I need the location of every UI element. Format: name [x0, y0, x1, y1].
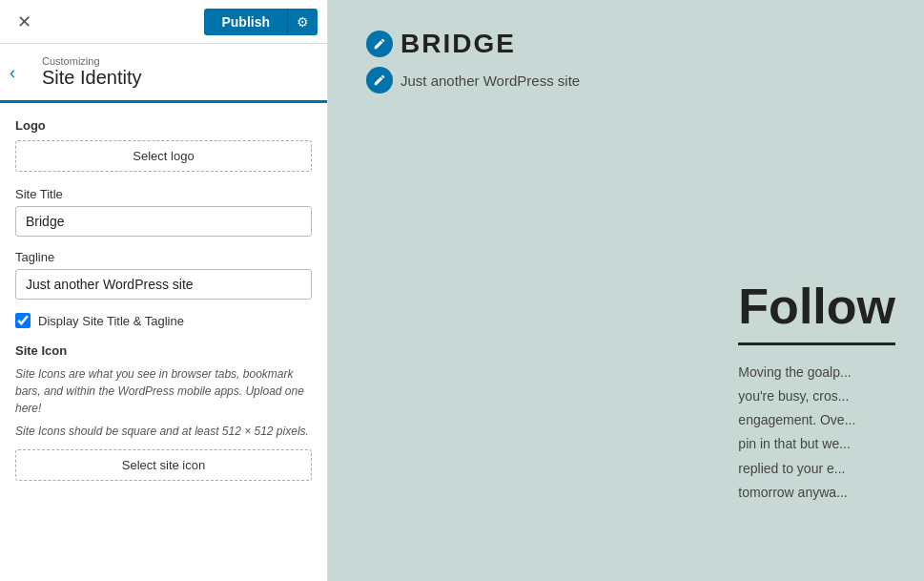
preview-follow-title: Follow — [738, 278, 895, 345]
preview-site-title: BRIDGE — [400, 29, 516, 59]
edit-site-title-icon[interactable] — [366, 31, 393, 57]
body-line-5: replied to your e... — [738, 457, 895, 481]
site-icon-size-note: Site Icons should be square and at least… — [15, 425, 312, 438]
pencil-icon — [373, 37, 386, 51]
body-line-2: you're busy, cros... — [738, 384, 895, 408]
preview-tagline: Just another WordPress site — [400, 73, 580, 89]
panel-title: Site Identity — [42, 67, 142, 88]
close-button[interactable]: ✕ — [10, 8, 38, 36]
display-checkbox-label[interactable]: Display Site Title & Tagline — [38, 314, 184, 328]
tagline-group: Tagline — [15, 250, 312, 300]
site-title-input[interactable] — [15, 206, 312, 237]
preview-title-row: BRIDGE — [366, 29, 886, 59]
panel-header: ‹ Customizing Site Identity — [0, 44, 327, 103]
preview-tagline-row: Just another WordPress site — [366, 67, 886, 93]
publish-button[interactable]: Publish — [204, 9, 287, 35]
left-panel: ✕ Publish ⚙ ‹ Customizing Site Identity … — [0, 0, 328, 581]
panel-content: Logo Select logo Site Title Tagline Disp… — [0, 103, 327, 581]
tagline-input[interactable] — [15, 269, 312, 300]
preview-panel: BRIDGE Just another WordPress site Follo… — [328, 0, 924, 581]
body-line-4: pin in that but we... — [738, 432, 895, 456]
edit-tagline-icon[interactable] — [366, 67, 393, 93]
top-bar: ✕ Publish ⚙ — [0, 0, 327, 44]
select-site-icon-button[interactable]: Select site icon — [15, 449, 312, 481]
tagline-label: Tagline — [15, 250, 312, 264]
site-icon-description: Site Icons are what you see in browser t… — [15, 365, 312, 417]
pencil-tagline-icon — [373, 73, 386, 87]
back-button[interactable]: ‹ — [10, 62, 15, 82]
body-line-6: tomorrow anywa... — [738, 481, 895, 505]
display-checkbox-row: Display Site Title & Tagline — [15, 313, 312, 328]
body-line-1: Moving the goalp... — [738, 361, 895, 384]
preview-body-text: Moving the goalp... you're busy, cros...… — [738, 361, 895, 505]
site-title-label: Site Title — [15, 187, 312, 201]
publish-area: Publish ⚙ — [204, 9, 318, 35]
logo-section-label: Logo — [15, 118, 312, 133]
site-title-group: Site Title — [15, 187, 312, 237]
display-checkbox[interactable] — [15, 313, 31, 328]
breadcrumb: Customizing — [42, 55, 312, 67]
preview-follow-section: Follow Moving the goalp... you're busy, … — [709, 259, 924, 524]
select-logo-button[interactable]: Select logo — [15, 140, 312, 172]
body-line-3: engagement. Ove... — [738, 408, 895, 432]
preview-site-header: BRIDGE Just another WordPress site — [328, 0, 924, 113]
gear-button[interactable]: ⚙ — [287, 9, 318, 35]
site-icon-section-label: Site Icon — [15, 343, 312, 358]
